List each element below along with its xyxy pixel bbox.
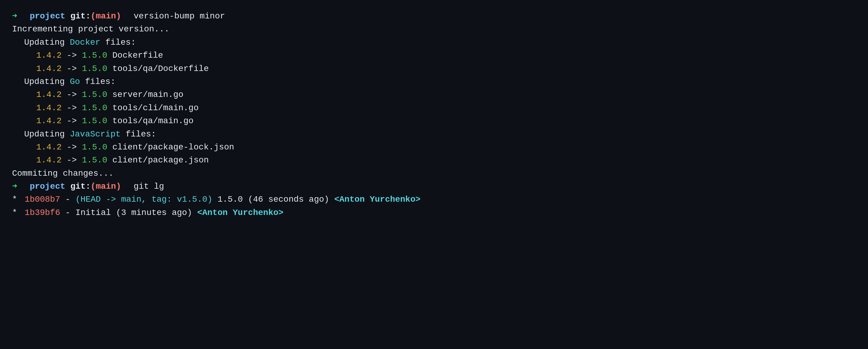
prompt-branch-open-1: (: [91, 10, 96, 23]
git-refs-1: (HEAD -> main, tag: v1.5.0): [75, 193, 213, 206]
version-from-5: 1.4.2: [36, 115, 62, 127]
output-line-go: Updating Go files:: [12, 75, 856, 88]
version-from-7: 1.4.2: [36, 154, 62, 167]
prompt-branch-open-2: (: [91, 180, 96, 193]
prompt-line-1: ➜ project git: ( main ) version-bump min…: [12, 10, 856, 23]
version-from-2: 1.4.2: [36, 62, 62, 75]
output-line-commiting: Commiting changes...: [12, 167, 856, 180]
version-file-3: server/main.go: [107, 88, 183, 101]
output-updating-docker: Updating: [24, 36, 70, 49]
prompt-arrow-2: ➜: [12, 180, 17, 193]
version-from-1: 1.4.2: [36, 49, 62, 62]
version-line-package-json: 1.4.2 -> 1.5.0 client/package.json: [12, 154, 856, 167]
prompt-line-2: ➜ project git: ( main ) git lg: [12, 180, 856, 193]
version-arrow-5: ->: [62, 115, 82, 127]
version-arrow-1: ->: [62, 49, 82, 62]
output-files-go: files:: [80, 75, 116, 88]
git-bullet-2: *: [12, 206, 22, 219]
prompt-branch-close-1: ): [116, 10, 121, 23]
terminal: ➜ project git: ( main ) version-bump min…: [12, 10, 856, 219]
version-file-5: tools/qa/main.go: [107, 115, 194, 127]
output-files-js: files:: [121, 128, 156, 141]
version-line-package-lock: 1.4.2 -> 1.5.0 client/package-lock.json: [12, 141, 856, 154]
prompt-branch-1: main: [96, 10, 116, 23]
git-log-line-1: * 1b008b7 - (HEAD -> main, tag: v1.5.0) …: [12, 193, 856, 206]
version-arrow-4: ->: [62, 101, 82, 115]
output-text-commiting: Commiting changes...: [12, 167, 114, 180]
version-to-3: 1.5.0: [82, 88, 107, 101]
prompt-git-label-1: git:: [70, 10, 91, 23]
version-arrow-6: ->: [62, 141, 82, 154]
git-hash-1: 1b008b7: [25, 193, 60, 206]
prompt-command-1: version-bump minor: [124, 10, 225, 23]
prompt-branch-2: main: [96, 180, 116, 193]
output-line-js: Updating JavaScript files:: [12, 128, 856, 141]
version-to-4: 1.5.0: [82, 101, 107, 115]
version-line-qa-dockerfile: 1.4.2 -> 1.5.0 tools/qa/Dockerfile: [12, 62, 856, 75]
version-line-dockerfile: 1.4.2 -> 1.5.0 Dockerfile: [12, 49, 856, 62]
git-bullet-1: *: [12, 193, 22, 206]
output-files-docker: files:: [100, 36, 136, 49]
version-line-server-main: 1.4.2 -> 1.5.0 server/main.go: [12, 88, 856, 101]
version-file-4: tools/cli/main.go: [107, 101, 198, 115]
prompt-branch-close-2: ): [116, 180, 121, 193]
git-message-1: 1.5.0: [212, 193, 248, 206]
output-docker-highlight: Docker: [70, 36, 100, 49]
version-from-3: 1.4.2: [36, 88, 62, 101]
output-text-incrementing: Incrementing project version...: [12, 23, 169, 36]
version-to-6: 1.5.0: [82, 141, 107, 154]
git-hash-2: 1b39bf6: [25, 206, 60, 219]
git-dash-1: -: [60, 193, 75, 206]
git-time-2: (3 minutes ago): [116, 206, 197, 219]
version-to-1: 1.5.0: [82, 49, 107, 62]
output-updating-go: Updating: [24, 75, 70, 88]
version-arrow-3: ->: [62, 88, 82, 101]
output-js-highlight: JavaScript: [70, 128, 121, 141]
version-file-1: Dockerfile: [107, 49, 163, 62]
prompt-arrow-1: ➜: [12, 10, 17, 23]
output-updating-js: Updating: [24, 128, 70, 141]
prompt-project-2: project: [20, 180, 70, 193]
git-time-1: (46 seconds ago): [248, 193, 334, 206]
git-author-2: <Anton Yurchenko>: [197, 206, 284, 219]
version-to-2: 1.5.0: [82, 62, 107, 75]
git-dash-2: -: [60, 206, 75, 219]
version-line-qa-main: 1.4.2 -> 1.5.0 tools/qa/main.go: [12, 115, 856, 127]
git-log-line-2: * 1b39bf6 - Initial (3 minutes ago) <Ant…: [12, 206, 856, 219]
prompt-git-label-2: git:: [70, 180, 91, 193]
version-to-5: 1.5.0: [82, 115, 107, 127]
output-go-highlight: Go: [70, 75, 80, 88]
version-to-7: 1.5.0: [82, 154, 107, 167]
version-from-4: 1.4.2: [36, 101, 62, 115]
version-arrow-7: ->: [62, 154, 82, 167]
version-file-6: client/package-lock.json: [107, 141, 234, 154]
version-line-cli-main: 1.4.2 -> 1.5.0 tools/cli/main.go: [12, 101, 856, 115]
output-line-docker: Updating Docker files:: [12, 36, 856, 49]
version-from-6: 1.4.2: [36, 141, 62, 154]
git-message-2: Initial: [75, 206, 116, 219]
version-arrow-2: ->: [62, 62, 82, 75]
version-file-7: client/package.json: [107, 154, 209, 167]
prompt-project-1: project: [20, 10, 70, 23]
version-file-2: tools/qa/Dockerfile: [107, 62, 209, 75]
git-author-1: <Anton Yurchenko>: [334, 193, 421, 206]
output-line-incrementing: Incrementing project version...: [12, 23, 856, 36]
prompt-command-2: git lg: [124, 180, 164, 193]
